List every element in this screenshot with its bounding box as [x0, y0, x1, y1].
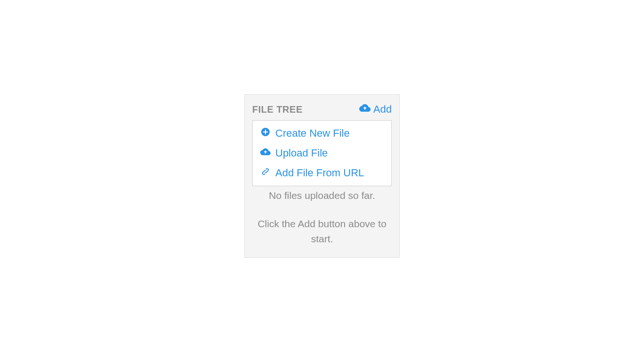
add-button[interactable]: Add	[359, 103, 392, 115]
cloud-upload-icon	[260, 147, 271, 159]
upload-file-item[interactable]: Upload File	[253, 143, 391, 163]
svg-rect-2	[263, 132, 268, 132]
panel-header: FILE TREE Add	[252, 103, 392, 115]
upload-file-label: Upload File	[275, 147, 328, 159]
hint-text: Click the Add button above to start.	[252, 216, 392, 246]
plus-circle-icon	[260, 127, 271, 140]
add-file-from-url-label: Add File From URL	[275, 167, 364, 179]
panel-title: FILE TREE	[252, 104, 303, 115]
file-tree-panel: FILE TREE Add Create New File	[244, 94, 400, 258]
add-file-from-url-item[interactable]: Add File From URL	[253, 163, 391, 183]
create-new-file-item[interactable]: Create New File	[253, 123, 391, 143]
link-icon	[260, 167, 271, 179]
empty-state-text: No files uploaded so far.	[252, 190, 392, 201]
create-new-file-label: Create New File	[275, 127, 350, 140]
add-dropdown: Create New File Upload File Add File Fro…	[252, 120, 392, 186]
cloud-upload-icon	[359, 103, 371, 115]
add-button-label: Add	[373, 103, 392, 115]
